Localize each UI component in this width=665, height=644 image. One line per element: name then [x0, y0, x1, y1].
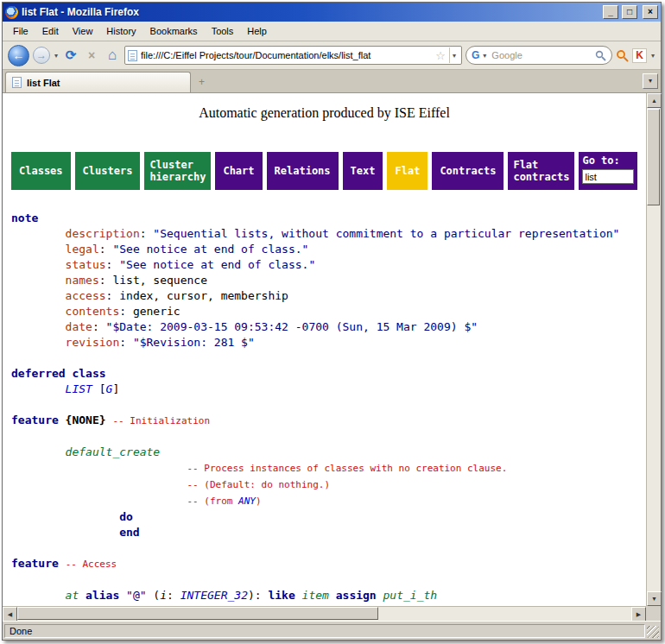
- toolbar-overflow-icon[interactable]: ▾: [650, 52, 656, 60]
- code-text: access: [66, 289, 106, 302]
- code-text: alias: [86, 589, 119, 602]
- code-line: [11, 572, 637, 588]
- goto-input[interactable]: [582, 169, 634, 184]
- code-text: "See notice at end of class.": [119, 258, 315, 271]
- bookmark-star-icon[interactable]: ☆: [435, 49, 446, 62]
- menu-view[interactable]: View: [66, 23, 100, 39]
- code-text: at: [66, 589, 79, 602]
- code-line: do: [11, 509, 637, 525]
- tab-list-dropdown-button[interactable]: ▾: [643, 73, 658, 89]
- horizontal-scroll-track[interactable]: [17, 607, 631, 621]
- navigation-toolbar: ← → ▾ ⟳ × ⌂ ☆ ▾ G ▾ K ▾: [3, 41, 661, 70]
- addon-k-icon[interactable]: K: [632, 48, 647, 63]
- vertical-scroll-thumb[interactable]: [647, 109, 660, 205]
- code-text: :: [119, 336, 133, 349]
- code-text: (: [147, 589, 161, 602]
- back-button[interactable]: ←: [8, 45, 29, 66]
- search-icon[interactable]: [595, 50, 606, 61]
- browser-main: Automatic generation produced by ISE Eif…: [3, 93, 661, 606]
- code-text: : generic: [119, 305, 180, 318]
- minimize-button[interactable]: _: [603, 5, 618, 19]
- status-bar: Done: [3, 621, 661, 640]
- forward-button[interactable]: →: [33, 47, 50, 64]
- code-text: [59, 557, 66, 570]
- nav-button-text[interactable]: Text: [343, 152, 383, 190]
- vertical-scroll-track[interactable]: [647, 108, 661, 591]
- menu-history[interactable]: History: [99, 23, 142, 39]
- scroll-down-button[interactable]: ▼: [647, 591, 662, 606]
- code-line: [11, 540, 637, 556]
- nav-button-flat[interactable]: Flat: [387, 152, 428, 190]
- nav-button-classes[interactable]: Classes: [11, 152, 71, 190]
- scroll-up-button[interactable]: ▲: [647, 93, 662, 108]
- tab-list-flat[interactable]: list Flat: [5, 72, 191, 92]
- code-text: "$Date: 2009-03-15 09:53:42 -0700 (Sun, …: [106, 320, 478, 333]
- scroll-right-button[interactable]: ▶: [631, 607, 646, 622]
- nav-button-label: Relations: [275, 165, 331, 177]
- search-box[interactable]: G ▾: [466, 46, 612, 65]
- nav-button-relations[interactable]: Relations: [267, 152, 339, 190]
- class-link[interactable]: LIST: [66, 382, 92, 395]
- nav-button-label: Cluster hierarchy: [149, 159, 206, 184]
- doc-navbar: ClassesClustersCluster hierarchyChartRel…: [11, 152, 637, 190]
- vertical-scrollbar[interactable]: ▲ ▼: [646, 93, 661, 606]
- resize-grip[interactable]: [647, 626, 659, 638]
- code-text: [79, 589, 86, 602]
- goto-cell: Go to:: [579, 152, 637, 190]
- refresh-button[interactable]: ⟳: [62, 47, 79, 63]
- search-input[interactable]: [490, 49, 592, 61]
- code-line: [11, 350, 637, 366]
- code-line: date: "$Date: 2009-03-15 09:53:42 -0700 …: [11, 319, 637, 335]
- code-text: -- Initialization: [112, 415, 210, 426]
- code-line: feature -- Access: [11, 556, 637, 572]
- code-text: :: [92, 320, 106, 333]
- code-text: "See notice at end of class.": [112, 243, 308, 256]
- maximize-button[interactable]: □: [622, 5, 637, 19]
- scrollbar-corner: [646, 606, 661, 621]
- class-link[interactable]: ANY: [238, 496, 256, 507]
- code-line: feature {NONE} -- Initialization: [11, 413, 637, 429]
- search-engine-dropdown-icon[interactable]: ▾: [482, 52, 487, 60]
- history-dropdown-icon[interactable]: ▾: [54, 52, 59, 60]
- code-text: :: [106, 258, 120, 271]
- code-text: note: [11, 212, 38, 224]
- code-line: description: "Sequential lists, without …: [11, 226, 637, 242]
- code-text: [377, 589, 383, 602]
- title-bar[interactable]: list Flat - Mozilla Firefox _ □ ×: [3, 3, 661, 22]
- code-line: deferred class: [11, 366, 637, 382]
- nav-button-cluster-hierarchy[interactable]: Cluster hierarchy: [144, 152, 211, 190]
- code-text: [329, 589, 336, 602]
- google-logo-icon: G: [472, 49, 479, 61]
- menu-bookmarks[interactable]: Bookmarks: [143, 23, 205, 39]
- code-line: end: [11, 525, 637, 540]
- code-text: item: [302, 589, 329, 602]
- page-viewport: Automatic generation produced by ISE Eif…: [3, 93, 646, 606]
- menu-edit[interactable]: Edit: [35, 23, 66, 39]
- nav-button-contracts[interactable]: Contracts: [432, 152, 504, 190]
- bottom-scroll-row: ◀ ▶: [3, 606, 661, 621]
- menu-help[interactable]: Help: [240, 23, 274, 39]
- code-text: feature: [11, 414, 59, 426]
- nav-button-chart[interactable]: Chart: [215, 152, 262, 190]
- addon-magnifier-icon[interactable]: [616, 49, 629, 62]
- horizontal-scrollbar[interactable]: ◀ ▶: [3, 606, 646, 621]
- menu-file[interactable]: File: [6, 23, 35, 39]
- horizontal-scroll-thumb[interactable]: [17, 607, 378, 620]
- code-text: :: [167, 589, 180, 602]
- nav-button-flat-contracts[interactable]: Flat contracts: [508, 152, 574, 190]
- nav-button-clusters[interactable]: Clusters: [75, 152, 141, 190]
- menu-tools[interactable]: Tools: [205, 23, 241, 39]
- close-button[interactable]: ×: [643, 5, 658, 19]
- code-line: legal: "See notice at end of class.": [11, 242, 637, 257]
- scroll-left-button[interactable]: ◀: [3, 607, 17, 622]
- class-link[interactable]: INTEGER_32: [180, 589, 248, 602]
- code-text: "@": [126, 589, 146, 602]
- code-text: end: [119, 526, 139, 539]
- home-button[interactable]: ⌂: [104, 47, 121, 64]
- url-dropdown-icon[interactable]: ▾: [449, 47, 459, 63]
- new-tab-button[interactable]: +: [193, 76, 210, 88]
- url-input[interactable]: [141, 50, 432, 60]
- url-bar[interactable]: ☆ ▾: [124, 46, 462, 65]
- firefox-logo-icon: [5, 6, 18, 19]
- stop-button[interactable]: ×: [83, 48, 100, 62]
